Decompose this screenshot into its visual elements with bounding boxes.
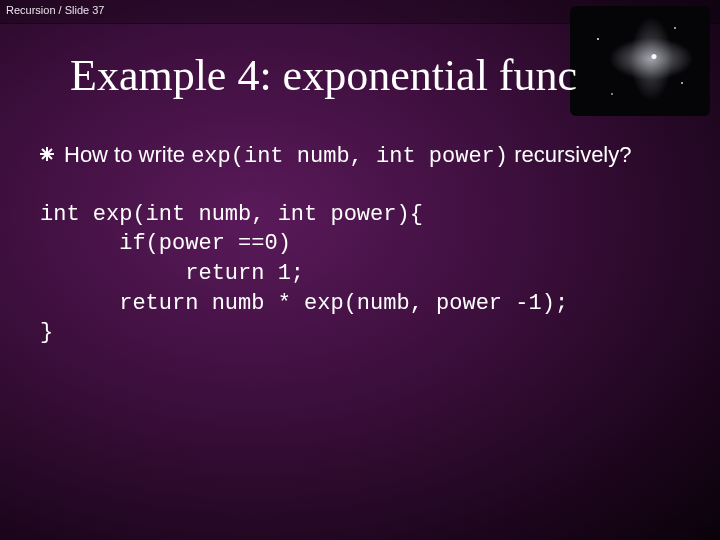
asterisk-icon [40, 147, 54, 161]
bullet-code-inline: exp(int numb, int power) [191, 144, 508, 169]
slide-title: Example 4: exponential func [70, 50, 577, 101]
bullet-pre: How to write [64, 142, 191, 167]
slide-content: How to write exp(int numb, int power) re… [40, 140, 690, 348]
galaxy-image [570, 6, 710, 116]
slide-path: Recursion / Slide 37 [6, 4, 104, 16]
bullet-post: recursively? [508, 142, 631, 167]
code-block: int exp(int numb, int power){ if(power =… [40, 200, 690, 348]
bullet-text: How to write exp(int numb, int power) re… [64, 140, 632, 172]
bullet-item: How to write exp(int numb, int power) re… [40, 140, 690, 172]
